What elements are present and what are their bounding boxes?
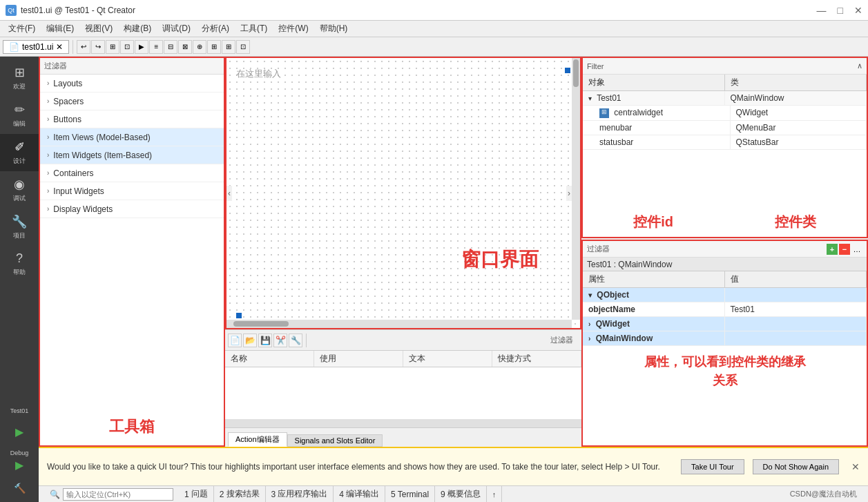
- status-app-output[interactable]: 3 应用程序输出: [266, 486, 334, 502]
- inspector-row-menubar[interactable]: menubar QMenuBar: [583, 121, 867, 135]
- toolbar-btn-10[interactable]: ⊞: [207, 40, 221, 54]
- bottom-icon-5[interactable]: 🔧: [289, 334, 302, 347]
- widget-item-layouts[interactable]: › Layouts: [40, 75, 224, 93]
- inspector-cell-test01-class: QMainWindow: [725, 91, 867, 105]
- bottom-hscroll[interactable]: [225, 419, 581, 427]
- sidebar-item-debug-bottom[interactable]: Debug ▶: [0, 444, 39, 477]
- menu-build[interactable]: 构建(B): [118, 21, 157, 36]
- sidebar-item-projects[interactable]: 🔧 项目: [0, 209, 39, 246]
- widget-item-spacers[interactable]: › Spacers: [40, 93, 224, 110]
- toolbar-btn-1[interactable]: ↩: [77, 40, 90, 54]
- inspector-cell-statusbar-name: statusbar: [583, 135, 731, 149]
- do-not-show-again-button[interactable]: Do Not Show Again: [753, 459, 839, 474]
- toolbar-btn-5[interactable]: ▶: [135, 40, 148, 54]
- menu-view[interactable]: 视图(V): [79, 21, 118, 36]
- widget-item-display-widgets[interactable]: › Display Widgets: [40, 200, 224, 218]
- toolbar-btn-12[interactable]: ⊡: [236, 40, 250, 54]
- inspector-cell-central-name: ⊞ centralwidget: [583, 106, 731, 120]
- status-search-results[interactable]: 2 搜索结果: [214, 486, 266, 502]
- sidebar-item-welcome[interactable]: ⊞ 欢迎: [0, 59, 39, 97]
- toolbar-btn-6[interactable]: ≡: [149, 40, 163, 54]
- toolbar-icons: ↩ ↪ ⊞ ⊡ ▶ ≡ ⊟ ⊠ ⊕ ⊞ ⊞ ⊡: [77, 40, 250, 54]
- widget-item-input-widgets[interactable]: › Input Widgets: [40, 182, 224, 200]
- maximize-button[interactable]: □: [838, 5, 843, 16]
- notification-bar: Would you like to take a quick UI tour? …: [39, 447, 868, 485]
- props-group-qobject[interactable]: ▾ QObject: [583, 288, 867, 302]
- toolbar-btn-8[interactable]: ⊠: [178, 40, 192, 54]
- props-remove-btn[interactable]: −: [839, 244, 850, 255]
- tab-close-icon[interactable]: ✕: [56, 42, 63, 52]
- sidebar-item-debug[interactable]: ◉ 调试: [0, 171, 39, 209]
- bottom-icon-3[interactable]: 💾: [258, 334, 272, 347]
- inspector-row-test01[interactable]: ▾ Test01 QMainWindow: [583, 91, 867, 106]
- canvas-scrollbar-horizontal[interactable]: [226, 320, 572, 328]
- toolbar-btn-4[interactable]: ⊡: [120, 40, 134, 54]
- widget-item-item-views[interactable]: › Item Views (Model-Based): [40, 128, 224, 146]
- props-cn-label: 属性，可以看到控件类的继承 关系: [644, 355, 806, 387]
- inspector-row-centralwidget[interactable]: ⊞ centralwidget QWidget: [583, 106, 867, 121]
- left-sidebar: ⊞ 欢迎 ✏ 编辑 ✐ 设计 ◉ 调试 🔧 项目 ? 帮助 Test01 ▶: [0, 57, 39, 502]
- status-terminal[interactable]: 5 Terminal: [385, 486, 435, 502]
- props-menu-btn[interactable]: …: [851, 244, 862, 255]
- widget-filter-label: 过滤器: [44, 61, 67, 71]
- props-cell-objectname-val: Test01: [725, 302, 867, 316]
- menu-tools[interactable]: 工具(T): [235, 21, 273, 36]
- menu-debug[interactable]: 调试(D): [157, 21, 196, 36]
- props-group-qwidget[interactable]: › QWidget: [583, 317, 867, 331]
- active-tab[interactable]: 📄 test01.ui ✕: [3, 40, 69, 54]
- toolbar-btn-3[interactable]: ⊞: [106, 40, 119, 54]
- canvas-vscroll-thumb[interactable]: [573, 59, 579, 87]
- take-ui-tour-button[interactable]: Take UI Tour: [681, 459, 744, 474]
- menu-widgets[interactable]: 控件(W): [273, 21, 314, 36]
- widget-item-buttons[interactable]: › Buttons: [40, 110, 224, 128]
- menu-analyze[interactable]: 分析(A): [196, 21, 235, 36]
- menu-file[interactable]: 文件(F): [3, 21, 41, 36]
- design-canvas[interactable]: 在这里输入 窗口界面 ‹ ›: [225, 57, 581, 329]
- sidebar-item-design[interactable]: ✐ 设计: [0, 134, 39, 171]
- notification-close-button[interactable]: ✕: [851, 461, 860, 472]
- widget-item-containers[interactable]: › Containers: [40, 164, 224, 182]
- minimize-button[interactable]: —: [817, 5, 827, 16]
- status-up-icon[interactable]: ↑: [487, 486, 503, 502]
- status-compile-output[interactable]: 4 编译输出: [334, 486, 385, 502]
- projects-icon: 🔧: [12, 214, 27, 229]
- inspector-collapse-icon[interactable]: ∧: [857, 61, 862, 70]
- props-add-btn[interactable]: +: [827, 244, 838, 255]
- sidebar-item-run[interactable]: ▶: [0, 420, 39, 444]
- sidebar-item-edit[interactable]: ✏ 编辑: [0, 97, 39, 134]
- bottom-icon-4[interactable]: ✂️: [273, 334, 287, 347]
- toolbar-btn-7[interactable]: ⊟: [164, 40, 177, 54]
- tab-action-editor[interactable]: Action编辑器: [228, 432, 287, 447]
- menu-help[interactable]: 帮助(H): [314, 21, 354, 36]
- search-input[interactable]: [63, 488, 173, 501]
- bottom-icon-2[interactable]: 📂: [243, 334, 257, 347]
- canvas-scroll-right[interactable]: ›: [566, 186, 572, 201]
- props-group-qmainwindow[interactable]: › QMainWindow: [583, 331, 867, 346]
- widget-panel: 过滤器 › Layouts › Spacers › Buttons: [39, 57, 225, 447]
- tab-signals-slots[interactable]: Signals and Slots Editor: [287, 434, 383, 447]
- canvas-hscroll-thumb[interactable]: [233, 321, 289, 327]
- props-row-objectname[interactable]: objectName Test01: [583, 302, 867, 317]
- sidebar-item-help[interactable]: ? 帮助: [0, 246, 39, 282]
- canvas-inner: 在这里输入 窗口界面: [226, 58, 580, 328]
- issues-num: 1: [184, 490, 189, 499]
- canvas-container: 在这里输入 窗口界面 ‹ ›: [225, 57, 581, 447]
- canvas-scroll-left[interactable]: ‹: [226, 186, 232, 201]
- props-header: 过滤器 + − …: [583, 241, 867, 258]
- app-icon: Qt: [6, 5, 17, 16]
- toolbar-btn-2[interactable]: ↪: [91, 40, 105, 54]
- menu-edit[interactable]: 编辑(E): [41, 21, 79, 36]
- bottom-icon-1[interactable]: 📄: [228, 334, 242, 347]
- status-summary[interactable]: 9 概要信息: [435, 486, 487, 502]
- sidebar-item-build[interactable]: 🔨: [0, 477, 39, 499]
- close-button[interactable]: ✕: [854, 5, 862, 16]
- toolbar-btn-9[interactable]: ⊕: [193, 40, 206, 54]
- canvas-scrollbar-vertical[interactable]: [572, 58, 580, 320]
- spacers-label: Spacers: [53, 97, 84, 106]
- toolbar-btn-11[interactable]: ⊞: [222, 40, 235, 54]
- status-issues[interactable]: 1 问题: [179, 486, 214, 502]
- widget-item-item-widgets[interactable]: › Item Widgets (Item-Based): [40, 146, 224, 164]
- sidebar-item-test01[interactable]: Test01: [0, 402, 39, 420]
- inspector-cell-central-class: QWidget: [731, 106, 867, 120]
- inspector-row-statusbar[interactable]: statusbar QStatusBar: [583, 135, 867, 150]
